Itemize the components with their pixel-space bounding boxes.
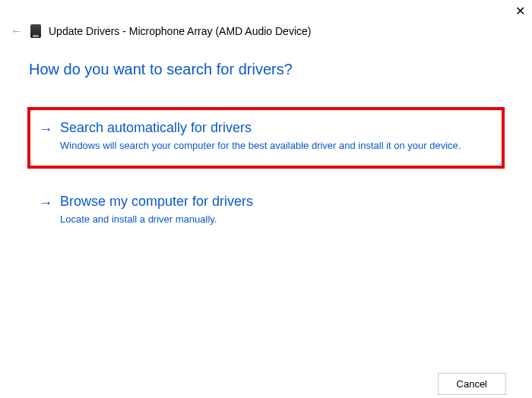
option-description: Locate and install a driver manually. — [60, 213, 493, 226]
cancel-button[interactable]: Cancel — [438, 373, 506, 395]
window-title: Update Drivers - Microphone Array (AMD A… — [49, 25, 311, 37]
option-browse-computer[interactable]: → Browse my computer for drivers Locate … — [29, 182, 503, 241]
arrow-right-icon: → — [39, 194, 52, 212]
close-icon: ✕ — [515, 4, 525, 18]
close-button[interactable]: ✕ — [512, 3, 527, 18]
content-area: How do you want to search for drivers? →… — [29, 61, 503, 256]
option-description: Windows will search your computer for th… — [60, 139, 493, 153]
footer: Cancel — [438, 373, 506, 395]
option-body: Browse my computer for drivers Locate an… — [60, 194, 493, 226]
option-body: Search automatically for drivers Windows… — [60, 120, 493, 153]
arrow-right-icon: → — [39, 120, 52, 138]
window-header: ← Update Drivers - Microphone Array (AMD… — [11, 24, 311, 38]
device-icon — [30, 24, 41, 38]
page-heading: How do you want to search for drivers? — [29, 61, 503, 78]
option-title: Search automatically for drivers — [60, 120, 493, 136]
option-search-automatically[interactable]: → Search automatically for drivers Windo… — [29, 109, 503, 167]
option-title: Browse my computer for drivers — [60, 194, 493, 210]
back-button[interactable]: ← — [11, 24, 23, 38]
